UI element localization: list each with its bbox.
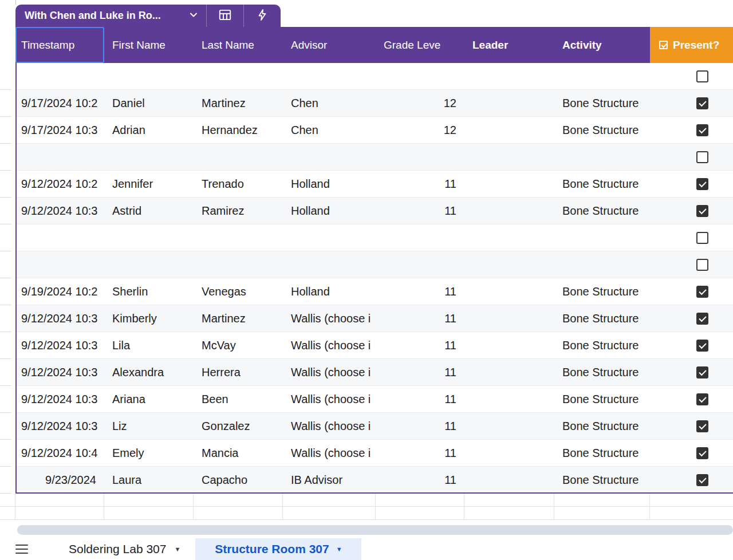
cell-leader[interactable] [464,251,554,278]
cell-present[interactable] [650,224,733,251]
cell-last_name[interactable]: Mancia [194,440,283,466]
cell-advisor[interactable]: IB Advisor [283,467,376,493]
cell-timestamp[interactable]: 9/12/2024 10:4 [15,440,104,466]
column-header-grade_level[interactable]: Grade Leve [376,27,464,63]
cell-timestamp[interactable]: 9/19/2024 10:2 [15,278,104,305]
sheet-tab-structure-room[interactable]: Structure Room 307 ▼ [195,538,361,560]
present-checkbox[interactable] [696,97,708,109]
cell-last_name[interactable] [194,144,283,170]
cell-timestamp[interactable]: 9/12/2024 10:3 [15,332,104,358]
cell-advisor[interactable]: Wallis (choose i [283,386,376,412]
cell-present[interactable] [650,144,733,170]
column-header-last_name[interactable]: Last Name [194,27,283,63]
present-checkbox[interactable] [696,366,708,378]
cell-leader[interactable] [464,332,554,358]
cell-advisor[interactable]: Wallis (choose i [283,440,376,466]
cell-present[interactable] [650,278,733,305]
cell-present[interactable] [650,386,733,412]
table-name-button[interactable]: With Chen and Luke in Ro... [15,5,206,27]
cell-activity[interactable] [554,63,650,89]
cell-timestamp[interactable] [15,224,104,251]
empty-cell[interactable] [650,507,733,520]
cell-leader[interactable] [464,467,554,493]
cell-activity[interactable] [554,251,650,278]
cell-advisor[interactable]: Wallis (choose i [283,413,376,439]
cell-timestamp[interactable]: 9/17/2024 10:3 [15,117,104,143]
cell-activity[interactable]: Bone Structure [554,386,650,412]
present-checkbox[interactable] [696,70,708,82]
present-checkbox[interactable] [696,340,708,352]
cell-grade_level[interactable]: 11 [376,332,464,358]
cell-first_name[interactable]: Daniel [104,90,194,116]
cell-leader[interactable] [464,144,554,170]
cell-leader[interactable] [464,386,554,412]
empty-cell[interactable] [464,507,554,520]
cell-timestamp[interactable]: 9/12/2024 10:2 [15,171,104,197]
quick-actions-button[interactable] [244,5,281,27]
cell-timestamp[interactable] [15,144,104,170]
present-checkbox[interactable] [696,393,708,405]
cell-activity[interactable] [554,144,650,170]
cell-present[interactable] [650,359,733,385]
cell-advisor[interactable]: Chen [283,117,376,143]
cell-last_name[interactable] [194,251,283,278]
cell-activity[interactable]: Bone Structure [554,467,650,493]
empty-cell[interactable] [194,507,283,520]
cell-last_name[interactable]: Been [194,386,283,412]
cell-present[interactable] [650,305,733,332]
cell-grade_level[interactable]: 11 [376,278,464,305]
column-header-leader[interactable]: Leader [464,27,554,63]
cell-grade_level[interactable]: 11 [376,359,464,385]
cell-grade_level[interactable] [376,224,464,251]
cell-activity[interactable] [554,224,650,251]
present-checkbox[interactable] [696,474,708,486]
cell-present[interactable] [650,198,733,224]
empty-cell[interactable] [283,507,376,520]
cell-timestamp[interactable] [15,251,104,278]
present-checkbox[interactable] [696,178,708,190]
cell-first_name[interactable]: Alexandra [104,359,194,385]
empty-cell[interactable] [104,494,194,507]
cell-advisor[interactable] [283,144,376,170]
empty-cell[interactable] [104,507,194,520]
present-checkbox[interactable] [696,151,708,163]
sheet-tab-soldering-lab[interactable]: Soldering Lab 307 ▼ [69,538,180,560]
cell-last_name[interactable]: Gonzalez [194,413,283,439]
cell-grade_level[interactable]: 11 [376,386,464,412]
cell-activity[interactable]: Bone Structure [554,413,650,439]
cell-grade_level[interactable]: 11 [376,305,464,332]
table-grid-button[interactable] [207,5,243,27]
empty-cell[interactable] [554,494,650,507]
column-header-activity[interactable]: Activity [554,27,650,63]
cell-present[interactable] [650,413,733,439]
empty-cell[interactable] [376,507,464,520]
cell-first_name[interactable]: Jennifer [104,171,194,197]
cell-grade_level[interactable]: 12 [376,117,464,143]
cell-advisor[interactable]: Holland [283,171,376,197]
cell-first_name[interactable]: Kimberly [104,305,194,332]
horizontal-scrollbar[interactable] [17,525,733,535]
present-checkbox[interactable] [696,313,708,325]
cell-timestamp[interactable]: 9/12/2024 10:3 [15,413,104,439]
cell-advisor[interactable]: Wallis (choose i [283,332,376,358]
cell-first_name[interactable]: Laura [104,467,194,493]
cell-present[interactable] [650,332,733,358]
cell-grade_level[interactable] [376,251,464,278]
cell-grade_level[interactable]: 11 [376,198,464,224]
cell-present[interactable] [650,251,733,278]
column-header-present[interactable]: Present? [650,27,733,63]
cell-activity[interactable]: Bone Structure [554,171,650,197]
cell-timestamp[interactable]: 9/12/2024 10:3 [15,359,104,385]
cell-last_name[interactable]: Martinez [194,90,283,116]
cell-activity[interactable]: Bone Structure [554,278,650,305]
empty-cell[interactable] [554,507,650,520]
empty-cell[interactable] [194,494,283,507]
cell-leader[interactable] [464,440,554,466]
cell-leader[interactable] [464,413,554,439]
empty-cell[interactable] [376,494,464,507]
cell-first_name[interactable]: Adrian [104,117,194,143]
present-checkbox[interactable] [696,420,708,432]
cell-leader[interactable] [464,198,554,224]
cell-leader[interactable] [464,117,554,143]
cell-activity[interactable]: Bone Structure [554,90,650,116]
